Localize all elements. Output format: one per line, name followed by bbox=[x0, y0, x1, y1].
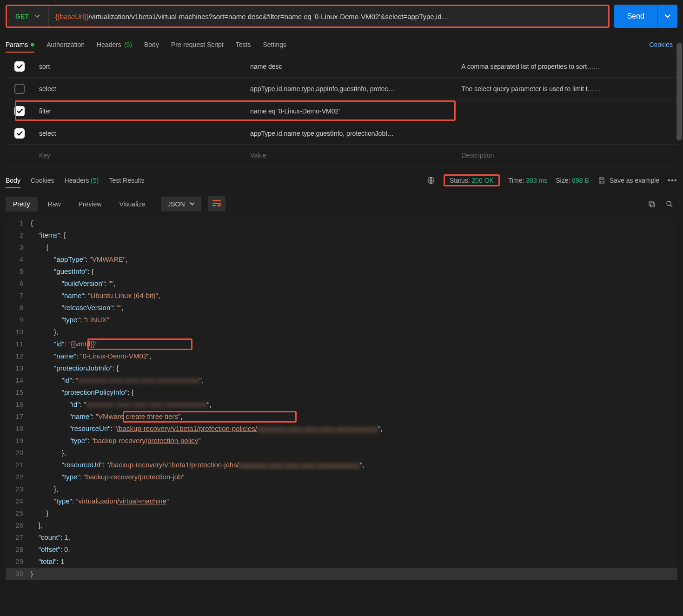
checkbox-checked[interactable] bbox=[14, 106, 25, 116]
code-line: 21 "resourceUri": "/backup-recovery/v1be… bbox=[6, 459, 677, 471]
param-key-placeholder[interactable]: Key bbox=[33, 147, 245, 164]
send-options-button[interactable] bbox=[657, 5, 677, 28]
view-preview[interactable]: Preview bbox=[71, 197, 109, 212]
tab-tests[interactable]: Tests bbox=[236, 37, 251, 52]
headers-count: (9) bbox=[124, 41, 132, 48]
param-key[interactable]: filter bbox=[33, 103, 245, 119]
param-row: select appType,id,name,type,guestInfo, p… bbox=[6, 122, 677, 144]
code-line: 25 } bbox=[6, 507, 677, 519]
wrap-lines-button[interactable] bbox=[208, 196, 225, 212]
chevron-down-icon bbox=[190, 201, 195, 206]
save-icon bbox=[597, 176, 606, 185]
param-desc[interactable] bbox=[456, 106, 677, 116]
tab-label: Params bbox=[6, 41, 28, 48]
resp-tab-body[interactable]: Body bbox=[6, 173, 20, 188]
param-value[interactable]: name desc bbox=[245, 58, 456, 75]
tab-params[interactable]: Params bbox=[6, 37, 34, 52]
code-line: 4 "appType": "VMWARE", bbox=[6, 253, 677, 265]
code-line: 30} bbox=[6, 568, 677, 580]
tab-label: Headers bbox=[97, 41, 121, 48]
method-dropdown[interactable]: GET bbox=[7, 6, 49, 26]
param-row: sort name desc A comma separated list of… bbox=[6, 55, 677, 77]
param-value[interactable]: appType,id,name,type,appInfo,guestInfo, … bbox=[245, 80, 456, 97]
more-options-button[interactable]: ••• bbox=[668, 177, 677, 184]
code-line: 18 "resourceUri": "/backup-recovery/v1be… bbox=[6, 423, 677, 435]
param-key[interactable]: select bbox=[33, 80, 245, 97]
method-label: GET bbox=[15, 13, 29, 20]
svg-point-3 bbox=[667, 201, 671, 205]
param-desc[interactable]: A comma separated list of properties to … bbox=[456, 58, 677, 75]
status-label: Status: bbox=[450, 177, 470, 184]
cookies-link[interactable]: Cookies bbox=[649, 41, 677, 48]
code-line: 7 "name": "Ubuntu Linux (64-bit)", bbox=[6, 290, 677, 302]
svg-rect-1 bbox=[650, 203, 655, 207]
search-button[interactable] bbox=[665, 200, 674, 208]
checkbox-unchecked[interactable] bbox=[14, 84, 25, 94]
code-line: 12 "name": "0-Linux-Demo-VM02", bbox=[6, 350, 677, 362]
code-line: 28 "offset": 0, bbox=[6, 543, 677, 556]
size-value: 898 B bbox=[572, 177, 589, 184]
tab-prerequest[interactable]: Pre-request Script bbox=[171, 37, 224, 52]
response-body[interactable]: 1{2 "items": [3 {4 "appType": "VMWARE",5… bbox=[6, 217, 677, 580]
code-line: 23 }, bbox=[6, 483, 677, 495]
wrap-icon bbox=[212, 200, 221, 206]
headers-count: (5) bbox=[91, 177, 99, 184]
url-input[interactable]: {{baseUrl}}/virtualization/v1beta1/virtu… bbox=[49, 6, 608, 26]
tab-body[interactable]: Body bbox=[144, 37, 159, 52]
code-line: 27 "count": 1, bbox=[6, 531, 677, 543]
status-badge: Status: 200 OK bbox=[444, 174, 500, 186]
url-var: {{baseUrl}} bbox=[55, 13, 89, 20]
status-value: 200 OK bbox=[471, 177, 493, 184]
chevron-down-icon bbox=[664, 13, 671, 20]
tab-headers[interactable]: Headers (9) bbox=[97, 37, 132, 52]
param-value[interactable]: name eq '0-Linux-Demo-VM02' bbox=[245, 103, 456, 119]
time-label: Time: bbox=[508, 177, 524, 184]
code-line: 19 "type": "backup-recovery/protection-p… bbox=[6, 435, 677, 447]
format-dropdown[interactable]: JSON bbox=[161, 197, 201, 212]
search-icon bbox=[665, 200, 674, 208]
resp-tab-tests[interactable]: Test Results bbox=[109, 173, 144, 188]
view-visualize[interactable]: Visualize bbox=[112, 197, 153, 212]
resp-tab-cookies[interactable]: Cookies bbox=[31, 173, 54, 188]
size-label: Size: bbox=[556, 177, 570, 184]
tab-settings[interactable]: Settings bbox=[263, 37, 286, 52]
view-pretty[interactable]: Pretty bbox=[6, 197, 38, 212]
param-desc-placeholder[interactable]: Description bbox=[456, 147, 677, 164]
format-label: JSON bbox=[167, 200, 185, 208]
code-line: 2 "items": [ bbox=[6, 229, 677, 241]
code-line: 9 "type": "LINUX" bbox=[6, 314, 677, 326]
chevron-down-icon bbox=[34, 13, 40, 19]
time-badge: Time: 303 ms bbox=[508, 177, 547, 184]
param-desc[interactable] bbox=[456, 129, 677, 138]
resp-tab-headers[interactable]: Headers (5) bbox=[65, 173, 99, 188]
request-row: GET {{baseUrl}}/virtualization/v1beta1/v… bbox=[6, 5, 610, 28]
code-line: 13 "protectionJobInfo": { bbox=[6, 362, 677, 374]
network-icon[interactable] bbox=[427, 176, 435, 185]
send-button[interactable]: Send bbox=[614, 5, 657, 28]
copy-button[interactable] bbox=[648, 200, 656, 208]
param-key[interactable]: sort bbox=[33, 58, 245, 75]
code-line: 8 "releaseVersion": "", bbox=[6, 302, 677, 314]
param-key[interactable]: select bbox=[33, 125, 245, 142]
save-example-button[interactable]: Save as example bbox=[597, 176, 659, 185]
copy-icon bbox=[648, 200, 656, 208]
code-line: 14 "id": "xxxxxxxx-xxxx-xxxx-xxxx-xxxxxx… bbox=[6, 374, 677, 386]
code-line: 20 }, bbox=[6, 447, 677, 459]
param-value[interactable]: appType,id,name,type,guestInfo, protecti… bbox=[245, 125, 456, 142]
code-line: 15 "protectionPolicyInfo": { bbox=[6, 386, 677, 398]
params-modified-dot bbox=[31, 43, 34, 46]
request-tabs: Params Authorization Headers (9) Body Pr… bbox=[6, 35, 677, 52]
param-desc[interactable]: The select query parameter is used to li… bbox=[456, 80, 677, 97]
param-value-placeholder[interactable]: Value bbox=[245, 147, 456, 164]
param-row-new[interactable]: Key Value Description bbox=[6, 144, 677, 166]
size-badge: Size: 898 B bbox=[556, 177, 589, 184]
param-row: filter name eq '0-Linux-Demo-VM02' bbox=[6, 99, 677, 122]
tab-label: Headers bbox=[65, 177, 89, 184]
param-row: select appType,id,name,type,appInfo,gues… bbox=[6, 77, 677, 99]
tab-authorization[interactable]: Authorization bbox=[46, 37, 85, 52]
checkbox-checked[interactable] bbox=[14, 128, 25, 139]
scrollbar[interactable] bbox=[676, 43, 682, 140]
code-line: 1{ bbox=[6, 217, 677, 229]
view-raw[interactable]: Raw bbox=[40, 197, 68, 212]
checkbox-checked[interactable] bbox=[14, 61, 25, 72]
